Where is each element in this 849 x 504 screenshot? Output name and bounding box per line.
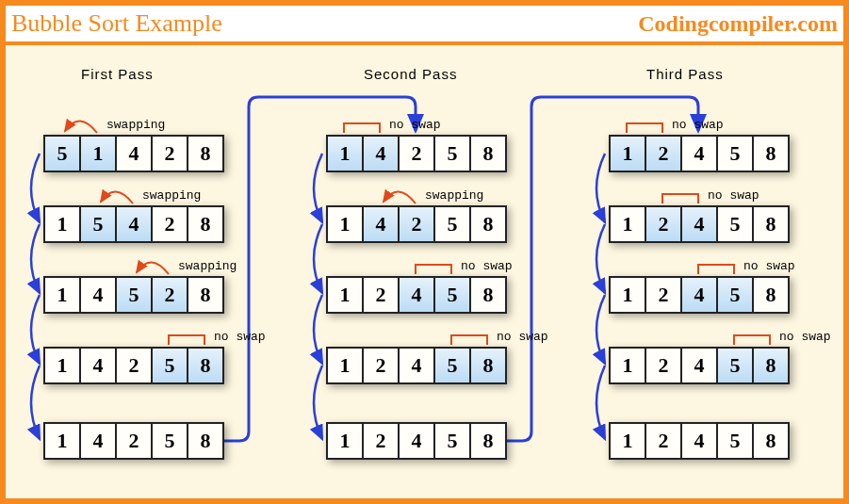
- array-cell: 5: [115, 276, 153, 314]
- array-cell: 8: [469, 347, 507, 384]
- array-row: 12458: [609, 205, 788, 243]
- swapping-label: swapping: [106, 118, 165, 132]
- no-swap-label: no swap: [461, 259, 513, 273]
- array-row: 12458: [326, 276, 505, 314]
- array-cell: 4: [398, 347, 435, 384]
- array-cell: 5: [716, 347, 754, 384]
- array-cell: 4: [115, 205, 153, 243]
- array-cell: 1: [609, 422, 646, 460]
- array-cell: 1: [43, 347, 81, 384]
- array-cell: 2: [115, 347, 153, 384]
- array-cell: 4: [115, 135, 153, 172]
- array-row: 12458: [609, 135, 788, 172]
- no-swap-label: no swap: [779, 330, 831, 344]
- array-row: 15428: [43, 205, 222, 243]
- no-swap-label: no swap: [708, 188, 759, 203]
- array-cell: 4: [362, 205, 400, 243]
- array-cell: 2: [115, 422, 153, 460]
- array-row: 14258: [43, 422, 222, 460]
- array-cell: 5: [151, 347, 188, 384]
- diagram-frame: Bubble Sort Example Codingcompiler.com F…: [0, 0, 849, 504]
- array-row: 12458: [609, 422, 788, 460]
- array-cell: 4: [680, 205, 718, 243]
- swapping-label: swapping: [425, 188, 483, 203]
- array-cell: 2: [151, 276, 188, 314]
- array-cell: 1: [609, 347, 646, 384]
- array-cell: 8: [469, 135, 507, 172]
- pass-title: First Pass: [81, 66, 154, 82]
- array-cell: 4: [79, 347, 117, 384]
- header-bar: Bubble Sort Example Codingcompiler.com: [6, 6, 843, 45]
- array-cell: 2: [645, 135, 682, 172]
- no-swap-label: no swap: [672, 118, 724, 132]
- array-cell: 2: [151, 205, 188, 243]
- array-cell: 5: [433, 422, 471, 460]
- diagram-canvas: First Pass51428swapping15428swapping1452…: [6, 45, 843, 495]
- array-row: 12458: [326, 422, 505, 460]
- pass-title: Third Pass: [646, 66, 724, 82]
- array-cell: 2: [151, 135, 188, 172]
- array-cell: 8: [187, 347, 224, 384]
- array-cell: 2: [398, 205, 435, 243]
- array-cell: 5: [433, 347, 471, 384]
- array-row: 14528: [43, 276, 222, 314]
- diagram-title: Bubble Sort Example: [11, 9, 222, 38]
- array-cell: 1: [609, 276, 646, 314]
- array-cell: 2: [645, 276, 682, 314]
- array-cell: 1: [326, 347, 364, 384]
- pass-title: Second Pass: [364, 66, 457, 82]
- array-cell: 2: [645, 205, 682, 243]
- array-row: 51428: [43, 135, 222, 172]
- array-cell: 4: [398, 422, 435, 460]
- array-cell: 4: [79, 422, 117, 460]
- array-row: 14258: [326, 135, 505, 172]
- array-cell: 2: [362, 347, 400, 384]
- array-cell: 1: [326, 276, 364, 314]
- array-cell: 1: [609, 135, 646, 172]
- array-cell: 2: [362, 276, 400, 314]
- array-cell: 8: [469, 205, 507, 243]
- array-cell: 8: [469, 422, 507, 460]
- array-cell: 2: [645, 347, 682, 384]
- array-row: 14258: [326, 205, 505, 243]
- no-swap-label: no swap: [389, 118, 441, 132]
- array-cell: 5: [716, 422, 754, 460]
- array-cell: 8: [752, 135, 790, 172]
- array-cell: 1: [326, 135, 364, 172]
- array-cell: 2: [398, 135, 435, 172]
- array-cell: 4: [362, 135, 400, 172]
- array-cell: 1: [43, 205, 81, 243]
- array-cell: 5: [433, 205, 471, 243]
- array-cell: 4: [680, 276, 718, 314]
- no-swap-label: no swap: [497, 330, 548, 344]
- array-cell: 4: [680, 422, 718, 460]
- array-cell: 5: [79, 205, 117, 243]
- array-row: 12458: [609, 276, 788, 314]
- array-cell: 1: [609, 205, 646, 243]
- array-cell: 8: [187, 276, 224, 314]
- array-cell: 8: [187, 205, 224, 243]
- no-swap-label: no swap: [214, 330, 266, 344]
- no-swap-label: no swap: [743, 259, 795, 273]
- array-cell: 8: [752, 276, 790, 314]
- array-cell: 8: [187, 135, 224, 172]
- swapping-label: swapping: [142, 188, 201, 203]
- array-cell: 4: [680, 347, 718, 384]
- array-cell: 1: [326, 205, 364, 243]
- swapping-label: swapping: [178, 259, 237, 273]
- array-cell: 5: [43, 135, 81, 172]
- array-cell: 5: [716, 135, 754, 172]
- array-cell: 1: [326, 422, 364, 460]
- array-cell: 4: [79, 276, 117, 314]
- array-cell: 8: [752, 422, 790, 460]
- array-cell: 1: [79, 135, 117, 172]
- array-cell: 4: [398, 276, 435, 314]
- array-cell: 5: [433, 135, 471, 172]
- array-cell: 2: [362, 422, 400, 460]
- array-cell: 5: [716, 205, 754, 243]
- array-cell: 5: [433, 276, 471, 314]
- array-cell: 1: [43, 422, 81, 460]
- array-cell: 8: [469, 276, 507, 314]
- array-cell: 8: [752, 205, 790, 243]
- array-row: 14258: [43, 347, 222, 384]
